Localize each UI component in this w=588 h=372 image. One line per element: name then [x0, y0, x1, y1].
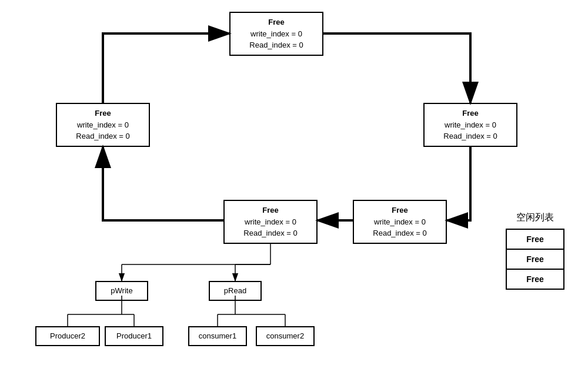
box-left-line2: Read_index = 0	[63, 130, 143, 142]
free-list-table: Free Free Free	[506, 229, 564, 290]
free-list-cell-2: Free	[506, 249, 564, 269]
box-top-line1: write_index = 0	[236, 28, 316, 40]
node-consumer1-label: consumer1	[199, 331, 236, 340]
state-box-right: Free write_index = 0 Read_index = 0	[423, 103, 517, 147]
state-box-top: Free write_index = 0 Read_index = 0	[229, 12, 323, 56]
box-right-title: Free	[430, 108, 510, 119]
box-right-line1: write_index = 0	[430, 119, 510, 131]
box-right-line2: Read_index = 0	[430, 130, 510, 142]
box-top-line2: Read_index = 0	[236, 39, 316, 51]
node-producer2: Producer2	[35, 326, 100, 346]
free-list-cell-1: Free	[506, 229, 564, 249]
node-pread: pRead	[209, 281, 262, 301]
state-box-bottom-center: Free write_index = 0 Read_index = 0	[223, 200, 318, 244]
node-producer1: Producer1	[105, 326, 163, 346]
node-consumer2: consumer2	[256, 326, 315, 346]
box-bottom-right-line2: Read_index = 0	[360, 227, 440, 239]
node-pwrite-label: pWrite	[111, 286, 132, 295]
free-list-cell-3: Free	[506, 269, 564, 289]
box-left-line1: write_index = 0	[63, 119, 143, 131]
arrows-svg	[0, 0, 588, 372]
box-bottom-center-line1: write_index = 0	[230, 216, 310, 228]
state-box-left: Free write_index = 0 Read_index = 0	[56, 103, 150, 147]
node-consumer1: consumer1	[188, 326, 247, 346]
free-list-row-3: Free	[506, 269, 564, 289]
box-bottom-right-title: Free	[360, 205, 440, 216]
node-consumer2-label: consumer2	[266, 331, 304, 340]
node-producer2-label: Producer2	[50, 331, 85, 340]
box-top-title: Free	[236, 16, 316, 28]
free-list-row-2: Free	[506, 249, 564, 269]
diagram-container: Free write_index = 0 Read_index = 0 Free…	[0, 0, 588, 372]
box-bottom-center-title: Free	[230, 205, 310, 216]
node-pwrite: pWrite	[95, 281, 148, 301]
free-list-container: 空闲列表 Free Free Free	[506, 212, 564, 290]
box-bottom-center-line2: Read_index = 0	[230, 227, 310, 239]
free-list-title: 空闲列表	[506, 212, 564, 224]
free-list-row-1: Free	[506, 229, 564, 249]
node-pread-label: pRead	[224, 286, 246, 295]
box-bottom-right-line1: write_index = 0	[360, 216, 440, 228]
state-box-bottom-right: Free write_index = 0 Read_index = 0	[353, 200, 447, 244]
box-left-title: Free	[63, 108, 143, 119]
node-producer1-label: Producer1	[116, 331, 152, 340]
